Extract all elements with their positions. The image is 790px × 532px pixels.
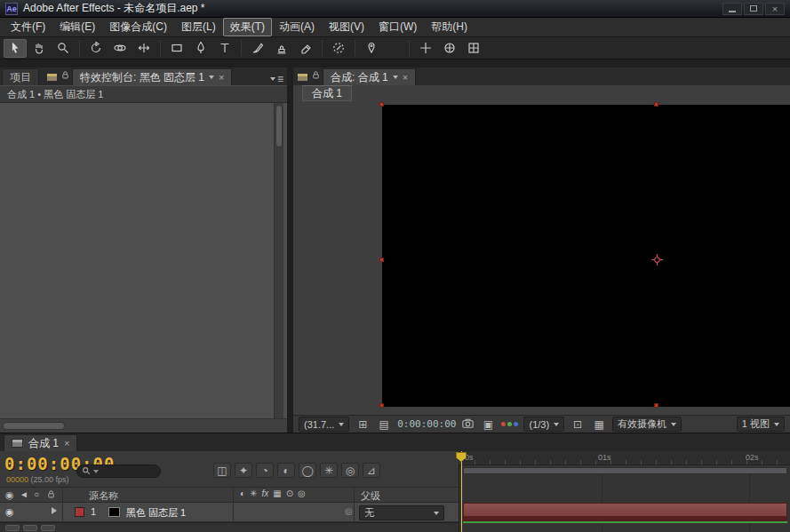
close-button[interactable]: × xyxy=(765,3,785,15)
viewer-tab-comp1[interactable]: 合成 1 xyxy=(302,85,352,101)
layer-handle-top-center[interactable] xyxy=(654,102,658,107)
timeline-track-area[interactable]: 0s 01s 02s xyxy=(459,451,790,532)
tab-close-icon[interactable]: × xyxy=(403,73,408,83)
graph-editor-icon[interactable]: ⊿ xyxy=(363,463,380,478)
tab-composition[interactable]: 合成: 合成 1 × xyxy=(323,68,416,85)
menu-view[interactable]: 视图(V) xyxy=(322,18,371,36)
menu-file[interactable]: 文件(F) xyxy=(4,18,52,36)
effect-controls-content[interactable] xyxy=(0,103,287,433)
search-options-arrow-icon[interactable] xyxy=(93,470,99,473)
tab-dropdown-arrow-icon[interactable] xyxy=(393,75,398,79)
unified-camera-tool-icon[interactable] xyxy=(108,39,132,58)
column-divider xyxy=(62,503,63,521)
menu-window[interactable]: 窗口(W) xyxy=(371,18,424,36)
selection-tool-icon[interactable] xyxy=(4,39,27,58)
transparency-grid-icon[interactable]: ▦ xyxy=(591,419,607,430)
horizontal-scrollbar[interactable] xyxy=(0,418,287,433)
pen-tool-icon[interactable] xyxy=(189,39,212,58)
preview-timecode[interactable]: 0:00:00:00 xyxy=(397,418,456,430)
menu-animation[interactable]: 动画(A) xyxy=(272,18,322,36)
timeline-tab-close-icon[interactable]: × xyxy=(64,439,69,449)
puppet-pin-tool-icon[interactable] xyxy=(360,39,383,58)
world-axis-mode-icon[interactable] xyxy=(438,39,461,58)
expand-inout-button[interactable] xyxy=(41,525,55,531)
layer-name[interactable]: 黑色 固态层 1 xyxy=(126,506,186,520)
region-of-interest-icon[interactable]: ⊡ xyxy=(570,419,586,430)
resolution-dropdown[interactable]: (1/3) xyxy=(523,417,564,432)
layer-visibility-eye-icon[interactable]: ◉ xyxy=(5,506,14,518)
timeline-search[interactable] xyxy=(76,465,161,478)
expand-transfer-controls-button[interactable] xyxy=(23,525,37,531)
view-layout-dropdown[interactable]: 1 视图 xyxy=(737,417,785,432)
eraser-tool-icon[interactable] xyxy=(294,39,317,58)
comp-viewer[interactable]: 合成 1 xyxy=(293,85,790,415)
draft-3d-icon[interactable]: ✦ xyxy=(235,463,252,478)
layer-label-color-swatch[interactable] xyxy=(75,507,84,517)
parent-column-label[interactable]: 父级 xyxy=(361,489,380,503)
view-axis-mode-icon[interactable] xyxy=(462,39,485,58)
menu-help[interactable]: 帮助(H) xyxy=(424,18,475,36)
lock-icon[interactable] xyxy=(311,70,321,83)
brainstorm-icon[interactable]: ✳ xyxy=(320,463,338,478)
titlebar[interactable]: Ae Adobe After Effects - 未命名项目.aep * × xyxy=(0,0,790,18)
hide-shy-layers-icon[interactable]: ◔ xyxy=(256,463,274,478)
motion-blur-icon[interactable]: ◯ xyxy=(299,463,316,478)
timeline-tab-comp1[interactable]: 合成 1 × xyxy=(4,434,77,451)
active-camera-dropdown[interactable]: 有效摄像机 xyxy=(612,417,682,432)
expand-layer-switches-button[interactable] xyxy=(5,525,20,531)
search-input[interactable] xyxy=(101,465,156,477)
auto-keyframe-icon[interactable]: ◎ xyxy=(341,463,359,478)
rotate-tool-icon[interactable] xyxy=(84,39,108,58)
comp-canvas[interactable] xyxy=(382,105,790,407)
layer-handle-bottom-center[interactable] xyxy=(654,403,658,408)
lock-icon[interactable] xyxy=(60,70,70,83)
source-name-column-label[interactable]: 源名称 xyxy=(89,489,118,503)
grid-guides-icon[interactable]: ⊞ xyxy=(355,419,371,430)
snapshot-camera-icon[interactable] xyxy=(461,417,475,432)
comp-panel-tabbar: 合成: 合成 1 × xyxy=(293,67,790,85)
toolbar-separator xyxy=(160,40,161,56)
brush-tool-icon[interactable] xyxy=(246,39,269,58)
track-matte-icon[interactable]: ◎ xyxy=(345,506,353,516)
mini-flowchart-icon[interactable]: ◫ xyxy=(213,463,231,478)
show-channel-icon[interactable] xyxy=(501,422,518,426)
layer-row-1[interactable]: ◉ 1 黑色 固态层 1 ◎ 无 xyxy=(0,503,459,522)
horizontal-scrollbar-thumb[interactable] xyxy=(3,422,65,430)
layer-twirl-icon[interactable] xyxy=(52,507,57,514)
window-title: Adobe After Effects - 未命名项目.aep * xyxy=(23,1,205,16)
maximize-button[interactable] xyxy=(744,3,763,15)
tab-project[interactable]: 项目 xyxy=(2,68,39,85)
pan-behind-tool-icon[interactable] xyxy=(132,39,156,58)
local-axis-mode-icon[interactable] xyxy=(414,39,437,58)
type-tool-icon[interactable] xyxy=(213,39,236,58)
mask-visibility-icon[interactable]: ▤ xyxy=(376,419,392,430)
frame-blending-icon[interactable]: ◐ xyxy=(277,463,295,478)
rectangle-tool-icon[interactable] xyxy=(165,39,188,58)
tab-close-icon[interactable]: × xyxy=(219,73,224,83)
clone-stamp-tool-icon[interactable] xyxy=(270,39,293,58)
magnification-dropdown[interactable]: (31.7... xyxy=(299,417,349,432)
vertical-scrollbar[interactable] xyxy=(274,103,283,418)
vertical-scrollbar-thumb[interactable] xyxy=(275,105,283,147)
parent-dropdown[interactable]: 无 xyxy=(359,505,444,520)
menu-composition[interactable]: 图像合成(C) xyxy=(102,18,174,36)
layer-anchor-point-icon[interactable] xyxy=(650,253,664,269)
show-snapshot-icon[interactable]: ▣ xyxy=(480,419,496,430)
minimize-button[interactable] xyxy=(722,3,742,15)
work-area-bar[interactable] xyxy=(463,467,787,474)
menu-edit[interactable]: 编辑(E) xyxy=(52,18,102,36)
layer-index: 1 xyxy=(91,506,96,517)
layer-handle-bottom-left[interactable] xyxy=(379,403,384,408)
hand-tool-icon[interactable] xyxy=(28,39,51,58)
panel-menu-button[interactable]: ≡ xyxy=(270,73,283,85)
tab-effect-controls[interactable]: 特效控制台: 黑色 固态层 1 × xyxy=(72,68,232,85)
layer-handle-top-left[interactable] xyxy=(379,102,384,107)
tab-dropdown-arrow-icon[interactable] xyxy=(209,75,214,79)
menu-effect[interactable]: 效果(T) xyxy=(223,18,272,36)
time-ruler[interactable]: 0s 01s 02s xyxy=(459,451,790,465)
layer-duration-bar[interactable] xyxy=(463,503,787,521)
zoom-tool-icon[interactable] xyxy=(52,39,75,58)
roto-brush-tool-icon[interactable] xyxy=(327,39,350,58)
menu-layer[interactable]: 图层(L) xyxy=(174,18,223,36)
layer-handle-mid-left[interactable] xyxy=(379,258,384,262)
